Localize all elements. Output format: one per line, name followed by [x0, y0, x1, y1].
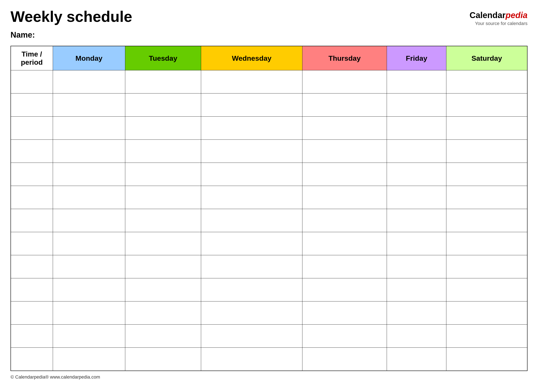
table-cell[interactable]	[201, 209, 302, 232]
table-cell[interactable]	[387, 70, 446, 93]
table-cell[interactable]	[201, 278, 302, 301]
table-cell[interactable]	[302, 70, 387, 93]
table-cell[interactable]	[125, 325, 201, 348]
table-cell[interactable]	[11, 325, 53, 348]
table-cell[interactable]	[387, 325, 446, 348]
table-cell[interactable]	[446, 278, 527, 301]
table-cell[interactable]	[201, 117, 302, 140]
table-cell[interactable]	[11, 117, 53, 140]
table-cell[interactable]	[11, 186, 53, 209]
table-cell[interactable]	[387, 255, 446, 278]
table-cell[interactable]	[201, 232, 302, 255]
table-cell[interactable]	[302, 301, 387, 325]
table-cell[interactable]	[11, 278, 53, 301]
table-cell[interactable]	[446, 70, 527, 93]
table-cell[interactable]	[446, 93, 527, 117]
table-cell[interactable]	[302, 348, 387, 371]
table-cell[interactable]	[446, 325, 527, 348]
table-cell[interactable]	[125, 348, 201, 371]
table-cell[interactable]	[387, 163, 446, 186]
table-cell[interactable]	[302, 140, 387, 163]
table-cell[interactable]	[302, 117, 387, 140]
table-cell[interactable]	[201, 163, 302, 186]
table-cell[interactable]	[53, 186, 125, 209]
table-cell[interactable]	[302, 325, 387, 348]
table-cell[interactable]	[387, 93, 446, 117]
table-cell[interactable]	[387, 209, 446, 232]
table-row	[11, 255, 527, 278]
table-cell[interactable]	[201, 301, 302, 325]
table-cell[interactable]	[11, 209, 53, 232]
table-cell[interactable]	[53, 232, 125, 255]
table-cell[interactable]	[446, 232, 527, 255]
table-cell[interactable]	[125, 93, 201, 117]
table-cell[interactable]	[302, 209, 387, 232]
table-cell[interactable]	[53, 325, 125, 348]
table-cell[interactable]	[387, 140, 446, 163]
table-cell[interactable]	[201, 140, 302, 163]
table-cell[interactable]	[53, 140, 125, 163]
table-cell[interactable]	[53, 163, 125, 186]
table-cell[interactable]	[446, 117, 527, 140]
table-cell[interactable]	[446, 209, 527, 232]
table-cell[interactable]	[302, 163, 387, 186]
table-cell[interactable]	[11, 255, 53, 278]
table-cell[interactable]	[387, 278, 446, 301]
table-cell[interactable]	[11, 70, 53, 93]
table-cell[interactable]	[53, 348, 125, 371]
table-cell[interactable]	[53, 301, 125, 325]
table-row	[11, 232, 527, 255]
col-header-monday: Monday	[53, 46, 125, 70]
table-cell[interactable]	[11, 93, 53, 117]
table-cell[interactable]	[201, 325, 302, 348]
col-header-time: Time / period	[11, 46, 53, 70]
table-cell[interactable]	[387, 186, 446, 209]
table-cell[interactable]	[125, 140, 201, 163]
table-cell[interactable]	[302, 186, 387, 209]
table-cell[interactable]	[53, 209, 125, 232]
table-cell[interactable]	[446, 301, 527, 325]
table-cell[interactable]	[302, 255, 387, 278]
table-cell[interactable]	[125, 255, 201, 278]
table-cell[interactable]	[201, 93, 302, 117]
table-cell[interactable]	[125, 70, 201, 93]
table-cell[interactable]	[302, 232, 387, 255]
table-cell[interactable]	[53, 117, 125, 140]
table-cell[interactable]	[302, 278, 387, 301]
table-cell[interactable]	[446, 348, 527, 371]
table-cell[interactable]	[125, 278, 201, 301]
table-cell[interactable]	[201, 255, 302, 278]
table-cell[interactable]	[53, 70, 125, 93]
table-row	[11, 278, 527, 301]
table-cell[interactable]	[201, 348, 302, 371]
table-row	[11, 140, 527, 163]
table-cell[interactable]	[446, 255, 527, 278]
table-cell[interactable]	[125, 117, 201, 140]
table-cell[interactable]	[125, 163, 201, 186]
table-cell[interactable]	[125, 186, 201, 209]
table-cell[interactable]	[387, 117, 446, 140]
table-cell[interactable]	[387, 232, 446, 255]
table-cell[interactable]	[125, 301, 201, 325]
table-cell[interactable]	[11, 163, 53, 186]
table-cell[interactable]	[125, 209, 201, 232]
table-cell[interactable]	[446, 186, 527, 209]
table-cell[interactable]	[446, 140, 527, 163]
table-cell[interactable]	[11, 140, 53, 163]
table-cell[interactable]	[446, 163, 527, 186]
table-cell[interactable]	[11, 301, 53, 325]
table-cell[interactable]	[53, 255, 125, 278]
table-header-row: Time / period Monday Tuesday Wednesday T…	[11, 46, 527, 70]
table-cell[interactable]	[11, 232, 53, 255]
table-cell[interactable]	[53, 278, 125, 301]
table-cell[interactable]	[387, 348, 446, 371]
table-cell[interactable]	[11, 348, 53, 371]
table-cell[interactable]	[53, 93, 125, 117]
table-cell[interactable]	[201, 186, 302, 209]
page-title: Weekly schedule	[10, 8, 132, 25]
table-cell[interactable]	[387, 301, 446, 325]
table-cell[interactable]	[302, 93, 387, 117]
table-cell[interactable]	[125, 232, 201, 255]
table-cell[interactable]	[201, 70, 302, 93]
table-row	[11, 163, 527, 186]
